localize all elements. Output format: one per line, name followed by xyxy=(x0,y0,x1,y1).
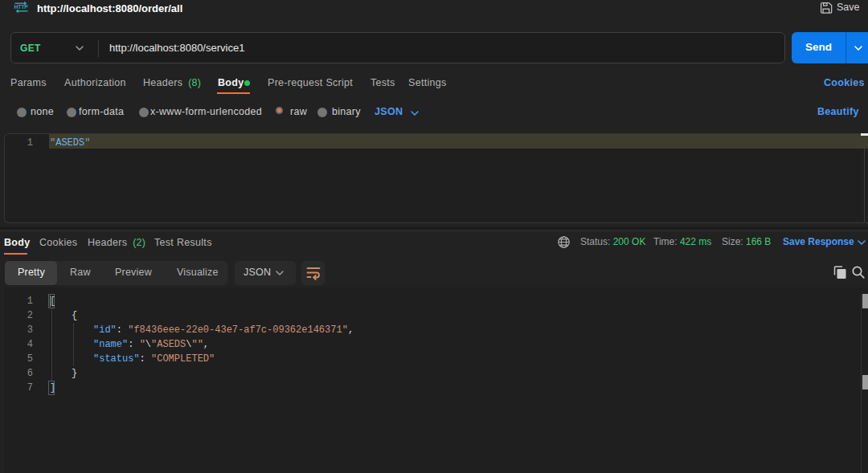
svg-text:HTTP: HTTP xyxy=(14,4,29,10)
